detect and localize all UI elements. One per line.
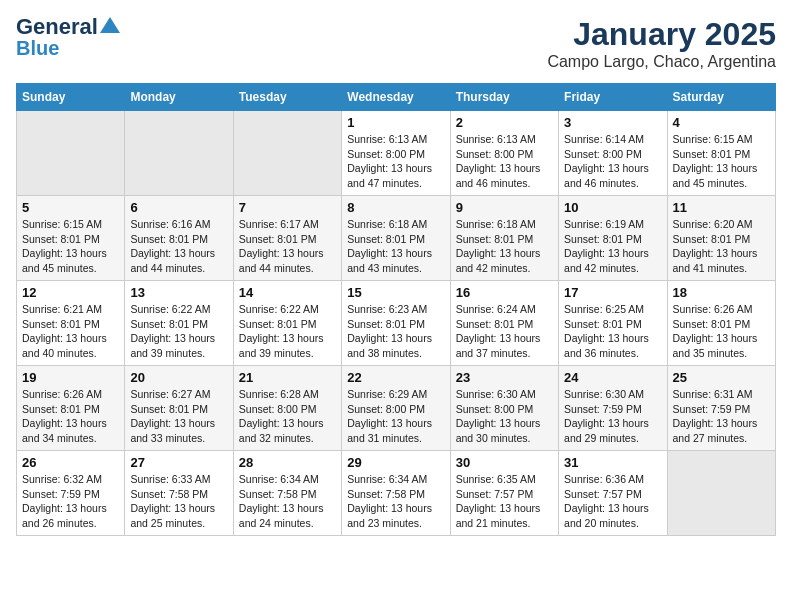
calendar-cell: 21Sunrise: 6:28 AMSunset: 8:00 PMDayligh… — [233, 366, 341, 451]
calendar-cell: 28Sunrise: 6:34 AMSunset: 7:58 PMDayligh… — [233, 451, 341, 536]
day-info: Sunrise: 6:34 AMSunset: 7:58 PMDaylight:… — [347, 472, 444, 531]
calendar-cell: 10Sunrise: 6:19 AMSunset: 8:01 PMDayligh… — [559, 196, 667, 281]
calendar-cell: 6Sunrise: 6:16 AMSunset: 8:01 PMDaylight… — [125, 196, 233, 281]
day-info: Sunrise: 6:29 AMSunset: 8:00 PMDaylight:… — [347, 387, 444, 446]
day-info: Sunrise: 6:30 AMSunset: 8:00 PMDaylight:… — [456, 387, 553, 446]
calendar-cell: 8Sunrise: 6:18 AMSunset: 8:01 PMDaylight… — [342, 196, 450, 281]
calendar-cell: 3Sunrise: 6:14 AMSunset: 8:00 PMDaylight… — [559, 111, 667, 196]
day-number: 31 — [564, 455, 661, 470]
day-info: Sunrise: 6:35 AMSunset: 7:57 PMDaylight:… — [456, 472, 553, 531]
calendar-cell: 12Sunrise: 6:21 AMSunset: 8:01 PMDayligh… — [17, 281, 125, 366]
calendar-cell — [125, 111, 233, 196]
day-info: Sunrise: 6:13 AMSunset: 8:00 PMDaylight:… — [347, 132, 444, 191]
day-number: 4 — [673, 115, 770, 130]
calendar-cell: 5Sunrise: 6:15 AMSunset: 8:01 PMDaylight… — [17, 196, 125, 281]
calendar-cell: 20Sunrise: 6:27 AMSunset: 8:01 PMDayligh… — [125, 366, 233, 451]
calendar-cell: 22Sunrise: 6:29 AMSunset: 8:00 PMDayligh… — [342, 366, 450, 451]
title-block: January 2025 Campo Largo, Chaco, Argenti… — [547, 16, 776, 71]
day-number: 17 — [564, 285, 661, 300]
day-number: 26 — [22, 455, 119, 470]
day-number: 11 — [673, 200, 770, 215]
calendar-cell: 25Sunrise: 6:31 AMSunset: 7:59 PMDayligh… — [667, 366, 775, 451]
weekday-header: Sunday — [17, 84, 125, 111]
day-number: 24 — [564, 370, 661, 385]
day-info: Sunrise: 6:15 AMSunset: 8:01 PMDaylight:… — [22, 217, 119, 276]
day-number: 19 — [22, 370, 119, 385]
day-number: 12 — [22, 285, 119, 300]
day-number: 14 — [239, 285, 336, 300]
day-info: Sunrise: 6:31 AMSunset: 7:59 PMDaylight:… — [673, 387, 770, 446]
day-info: Sunrise: 6:16 AMSunset: 8:01 PMDaylight:… — [130, 217, 227, 276]
logo-text-general: General — [16, 16, 98, 38]
logo-icon — [100, 15, 120, 35]
calendar-cell: 30Sunrise: 6:35 AMSunset: 7:57 PMDayligh… — [450, 451, 558, 536]
calendar-cell: 31Sunrise: 6:36 AMSunset: 7:57 PMDayligh… — [559, 451, 667, 536]
day-info: Sunrise: 6:26 AMSunset: 8:01 PMDaylight:… — [673, 302, 770, 361]
calendar-cell: 2Sunrise: 6:13 AMSunset: 8:00 PMDaylight… — [450, 111, 558, 196]
day-number: 6 — [130, 200, 227, 215]
day-number: 16 — [456, 285, 553, 300]
day-info: Sunrise: 6:24 AMSunset: 8:01 PMDaylight:… — [456, 302, 553, 361]
weekday-header: Monday — [125, 84, 233, 111]
day-info: Sunrise: 6:32 AMSunset: 7:59 PMDaylight:… — [22, 472, 119, 531]
day-info: Sunrise: 6:18 AMSunset: 8:01 PMDaylight:… — [347, 217, 444, 276]
day-info: Sunrise: 6:20 AMSunset: 8:01 PMDaylight:… — [673, 217, 770, 276]
svg-marker-0 — [100, 17, 120, 33]
day-number: 23 — [456, 370, 553, 385]
day-info: Sunrise: 6:13 AMSunset: 8:00 PMDaylight:… — [456, 132, 553, 191]
calendar-cell: 1Sunrise: 6:13 AMSunset: 8:00 PMDaylight… — [342, 111, 450, 196]
day-number: 27 — [130, 455, 227, 470]
day-number: 8 — [347, 200, 444, 215]
day-info: Sunrise: 6:17 AMSunset: 8:01 PMDaylight:… — [239, 217, 336, 276]
day-number: 29 — [347, 455, 444, 470]
day-info: Sunrise: 6:15 AMSunset: 8:01 PMDaylight:… — [673, 132, 770, 191]
day-info: Sunrise: 6:36 AMSunset: 7:57 PMDaylight:… — [564, 472, 661, 531]
calendar-week-row: 12Sunrise: 6:21 AMSunset: 8:01 PMDayligh… — [17, 281, 776, 366]
day-info: Sunrise: 6:23 AMSunset: 8:01 PMDaylight:… — [347, 302, 444, 361]
calendar-table: SundayMondayTuesdayWednesdayThursdayFrid… — [16, 83, 776, 536]
calendar-cell: 29Sunrise: 6:34 AMSunset: 7:58 PMDayligh… — [342, 451, 450, 536]
day-number: 25 — [673, 370, 770, 385]
weekday-header: Friday — [559, 84, 667, 111]
calendar-cell: 23Sunrise: 6:30 AMSunset: 8:00 PMDayligh… — [450, 366, 558, 451]
day-info: Sunrise: 6:26 AMSunset: 8:01 PMDaylight:… — [22, 387, 119, 446]
calendar-cell: 19Sunrise: 6:26 AMSunset: 8:01 PMDayligh… — [17, 366, 125, 451]
day-number: 1 — [347, 115, 444, 130]
day-info: Sunrise: 6:28 AMSunset: 8:00 PMDaylight:… — [239, 387, 336, 446]
calendar-cell: 9Sunrise: 6:18 AMSunset: 8:01 PMDaylight… — [450, 196, 558, 281]
day-number: 3 — [564, 115, 661, 130]
day-number: 5 — [22, 200, 119, 215]
day-number: 2 — [456, 115, 553, 130]
day-info: Sunrise: 6:22 AMSunset: 8:01 PMDaylight:… — [130, 302, 227, 361]
day-info: Sunrise: 6:14 AMSunset: 8:00 PMDaylight:… — [564, 132, 661, 191]
day-number: 10 — [564, 200, 661, 215]
day-info: Sunrise: 6:34 AMSunset: 7:58 PMDaylight:… — [239, 472, 336, 531]
calendar-cell — [17, 111, 125, 196]
day-info: Sunrise: 6:21 AMSunset: 8:01 PMDaylight:… — [22, 302, 119, 361]
day-info: Sunrise: 6:18 AMSunset: 8:01 PMDaylight:… — [456, 217, 553, 276]
day-info: Sunrise: 6:22 AMSunset: 8:01 PMDaylight:… — [239, 302, 336, 361]
day-info: Sunrise: 6:30 AMSunset: 7:59 PMDaylight:… — [564, 387, 661, 446]
logo-text-blue: Blue — [16, 38, 59, 58]
calendar-cell: 11Sunrise: 6:20 AMSunset: 8:01 PMDayligh… — [667, 196, 775, 281]
calendar-cell: 15Sunrise: 6:23 AMSunset: 8:01 PMDayligh… — [342, 281, 450, 366]
calendar-cell — [667, 451, 775, 536]
calendar-week-row: 26Sunrise: 6:32 AMSunset: 7:59 PMDayligh… — [17, 451, 776, 536]
weekday-header: Saturday — [667, 84, 775, 111]
calendar-cell: 17Sunrise: 6:25 AMSunset: 8:01 PMDayligh… — [559, 281, 667, 366]
day-number: 13 — [130, 285, 227, 300]
calendar-cell: 27Sunrise: 6:33 AMSunset: 7:58 PMDayligh… — [125, 451, 233, 536]
day-number: 30 — [456, 455, 553, 470]
calendar-cell: 14Sunrise: 6:22 AMSunset: 8:01 PMDayligh… — [233, 281, 341, 366]
calendar-week-row: 1Sunrise: 6:13 AMSunset: 8:00 PMDaylight… — [17, 111, 776, 196]
weekday-header: Tuesday — [233, 84, 341, 111]
day-info: Sunrise: 6:27 AMSunset: 8:01 PMDaylight:… — [130, 387, 227, 446]
day-number: 18 — [673, 285, 770, 300]
calendar-cell: 13Sunrise: 6:22 AMSunset: 8:01 PMDayligh… — [125, 281, 233, 366]
calendar-cell — [233, 111, 341, 196]
calendar-week-row: 5Sunrise: 6:15 AMSunset: 8:01 PMDaylight… — [17, 196, 776, 281]
calendar-cell: 18Sunrise: 6:26 AMSunset: 8:01 PMDayligh… — [667, 281, 775, 366]
calendar-cell: 26Sunrise: 6:32 AMSunset: 7:59 PMDayligh… — [17, 451, 125, 536]
day-number: 20 — [130, 370, 227, 385]
day-number: 15 — [347, 285, 444, 300]
